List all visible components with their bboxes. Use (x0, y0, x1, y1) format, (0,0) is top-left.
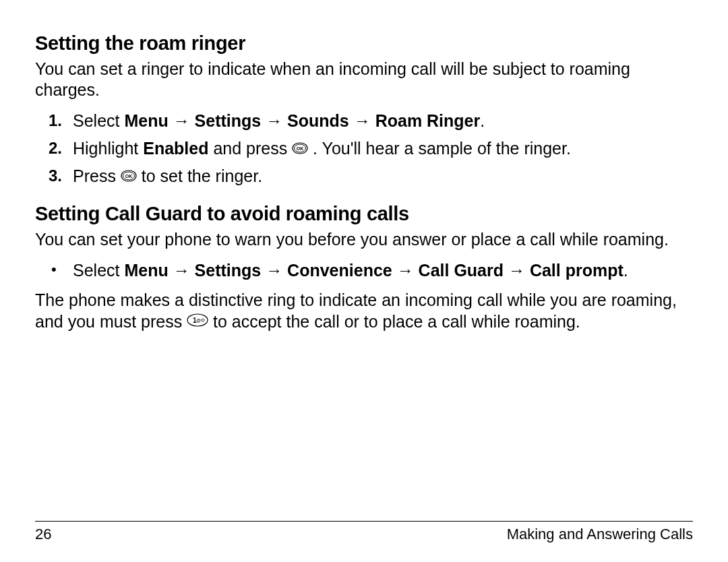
step-text-pre: Press (73, 166, 121, 185)
page-number: 26 (35, 526, 51, 543)
bullet-text-post: . (624, 261, 628, 280)
ok-button-icon: OK (292, 142, 308, 154)
bullet-item: Select Menu → Settings → Convenience → C… (35, 259, 693, 282)
intro-call-guard: You can set your phone to warn you befor… (35, 229, 693, 250)
bullet-list-call-guard: Select Menu → Settings → Convenience → C… (35, 259, 693, 282)
heading-call-guard: Setting Call Guard to avoid roaming call… (35, 203, 693, 225)
footer-title: Making and Answering Calls (507, 526, 693, 543)
svg-text:OK: OK (297, 146, 304, 151)
step-text-post: to set the ringer. (137, 166, 262, 185)
step-number: 2. (49, 137, 62, 160)
call-guard-description: The phone makes a distinctive ring to in… (35, 290, 693, 333)
step-1: 1. Select Menu → Settings → Sounds → Roa… (35, 109, 693, 133)
step-number: 1. (49, 109, 62, 132)
step-2: 2. Highlight Enabled and press OK . You'… (35, 137, 693, 160)
bullet-menu-path: Menu → Settings → Convenience → Call Gua… (124, 261, 623, 280)
svg-text:@: @ (196, 318, 201, 323)
step-text-post: . You'll hear a sample of the ringer. (308, 139, 571, 158)
one-key-icon: 1@ (187, 311, 208, 332)
svg-text:OK: OK (125, 174, 133, 179)
step-text-mid: and press (208, 139, 292, 158)
ok-button-icon: OK (121, 170, 137, 182)
step-text-pre: Select (73, 111, 124, 130)
step-3: 3. Press OK to set the ringer. (35, 164, 693, 188)
step-bold-enabled: Enabled (143, 139, 208, 158)
svg-point-9 (202, 319, 204, 321)
step-menu-path: Menu → Settings → Sounds → Roam Ringer (124, 111, 480, 130)
page-footer: 26 Making and Answering Calls (35, 521, 693, 543)
desc-post: to accept the call or to place a call wh… (208, 312, 580, 331)
bullet-text-pre: Select (73, 261, 124, 280)
step-text-pre: Highlight (73, 139, 143, 158)
step-number: 3. (49, 164, 62, 187)
step-text-post: . (480, 111, 485, 130)
steps-roam-ringer: 1. Select Menu → Settings → Sounds → Roa… (35, 109, 693, 188)
intro-roam-ringer: You can set a ringer to indicate when an… (35, 59, 693, 100)
heading-roam-ringer: Setting the roam ringer (35, 32, 693, 55)
